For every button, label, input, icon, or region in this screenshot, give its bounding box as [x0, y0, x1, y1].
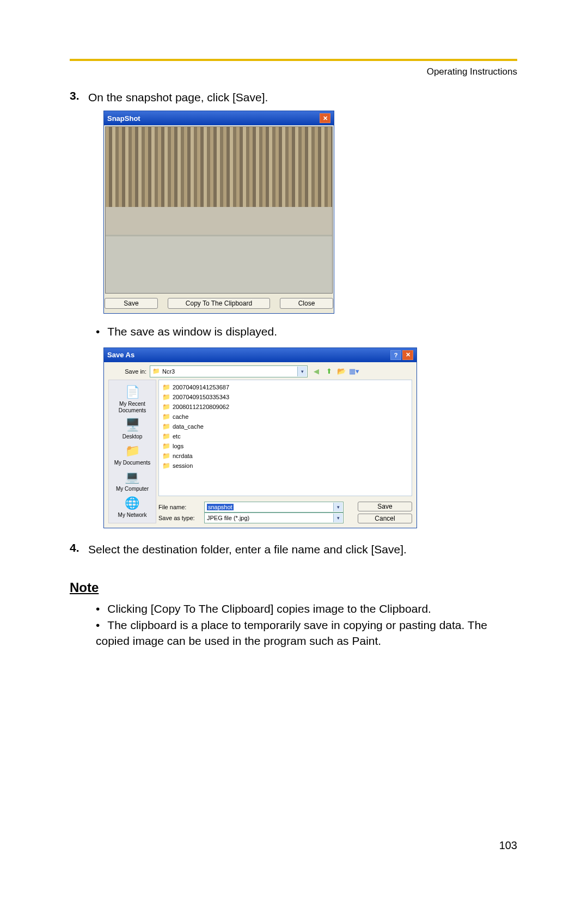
close-icon[interactable]: ✕: [320, 113, 330, 123]
note-heading: Note: [70, 580, 517, 595]
list-item[interactable]: 📁data_cache: [162, 422, 408, 431]
list-item[interactable]: 📁session: [162, 461, 408, 471]
chevron-down-icon: ▾: [333, 503, 342, 511]
page-number: 103: [499, 839, 517, 852]
computer-icon: 💻: [124, 469, 141, 485]
place-recent[interactable]: 📄 My Recent Documents: [109, 385, 156, 414]
saveas-save-button[interactable]: Save: [358, 502, 412, 511]
place-mynet[interactable]: 🌐 My Network: [118, 496, 147, 518]
save-button[interactable]: Save: [105, 298, 158, 309]
folder-icon: 📁: [162, 451, 170, 461]
savein-dropdown[interactable]: 📁 Ncr3 ▾: [150, 365, 308, 377]
saveastype-dropdown[interactable]: JPEG file (*.jpg) ▾: [204, 513, 344, 523]
saveas-cancel-button[interactable]: Cancel: [358, 514, 412, 523]
help-icon[interactable]: ?: [390, 350, 401, 360]
chevron-down-icon: ▾: [297, 367, 307, 376]
folder-icon: 📁: [162, 412, 170, 422]
snapshot-title: SnapShot: [107, 114, 140, 123]
new-folder-icon[interactable]: 📂: [336, 367, 347, 376]
folder-icon: 📁: [162, 422, 170, 431]
note-bullet-2: The clipboard is a place to temporarily …: [96, 617, 517, 649]
desktop-icon: 🖥️: [124, 417, 141, 432]
back-icon[interactable]: ◀: [311, 367, 322, 376]
saveas-title: Save As: [107, 351, 134, 359]
close-button[interactable]: Close: [280, 298, 333, 309]
places-bar: 📄 My Recent Documents 🖥️ Desktop 📁 My Do…: [108, 380, 156, 523]
list-item[interactable]: 📁logs: [162, 441, 408, 451]
list-item[interactable]: 📁20070409141253687: [162, 382, 408, 392]
step-3-sub: The save as window is displayed.: [96, 324, 517, 339]
place-desktop[interactable]: 🖥️ Desktop: [122, 417, 143, 440]
header-rule: [70, 59, 517, 61]
folder-icon: 📁: [162, 402, 170, 412]
saveas-dialog: Save As ? ✕ Save in: 📁 Ncr3 ▾ ◀ ⬆ 📂 ▦▾: [103, 347, 417, 528]
folder-icon: 📁: [162, 392, 170, 402]
filename-input[interactable]: snapshot ▾: [204, 502, 344, 513]
list-item[interactable]: 📁cache: [162, 412, 408, 422]
recent-icon: 📄: [124, 385, 141, 400]
step-3-text: On the snapshot page, click [Save].: [88, 89, 268, 105]
snapshot-image: [105, 126, 333, 294]
documents-icon: 📁: [124, 443, 141, 459]
filename-label: File name:: [158, 504, 199, 510]
list-item[interactable]: 📁20070409150335343: [162, 392, 408, 402]
note-bullet-1: Clicking [Copy To The Clipboard] copies …: [96, 601, 517, 617]
saveastype-label: Save as type:: [158, 515, 199, 521]
step-3-number: 3.: [70, 89, 88, 105]
list-item[interactable]: 📁20080112120809062: [162, 402, 408, 412]
snapshot-dialog: SnapShot ✕ Save Copy To The Clipboard Cl…: [103, 111, 334, 314]
file-list[interactable]: 📁20070409141253687 📁20070409150335343 📁2…: [158, 380, 412, 496]
step-4-text: Select the destination folder, enter a f…: [88, 541, 407, 557]
folder-icon: 📁: [162, 441, 170, 451]
folder-icon: 📁: [152, 368, 160, 375]
network-icon: 🌐: [124, 496, 141, 511]
snapshot-titlebar: SnapShot ✕: [104, 111, 334, 125]
views-icon[interactable]: ▦▾: [348, 367, 359, 376]
step-3: 3. On the snapshot page, click [Save].: [70, 89, 517, 105]
list-item[interactable]: 📁etc: [162, 431, 408, 441]
folder-icon: 📁: [162, 382, 170, 392]
saveas-titlebar: Save As ? ✕: [104, 348, 416, 362]
place-mydocs[interactable]: 📁 My Documents: [114, 443, 151, 466]
savein-label: Save in:: [108, 368, 146, 375]
list-item[interactable]: 📁ncrdata: [162, 451, 408, 461]
copy-clipboard-button[interactable]: Copy To The Clipboard: [168, 298, 270, 309]
close-icon[interactable]: ✕: [402, 350, 413, 360]
savein-value: Ncr3: [162, 368, 175, 375]
step-4-number: 4.: [70, 541, 88, 557]
folder-icon: 📁: [162, 461, 170, 471]
header-section: Operating Instructions: [70, 66, 517, 77]
chevron-down-icon: ▾: [333, 514, 342, 522]
up-icon[interactable]: ⬆: [323, 367, 334, 376]
folder-icon: 📁: [162, 431, 170, 441]
place-mycomp[interactable]: 💻 My Computer: [116, 469, 149, 492]
